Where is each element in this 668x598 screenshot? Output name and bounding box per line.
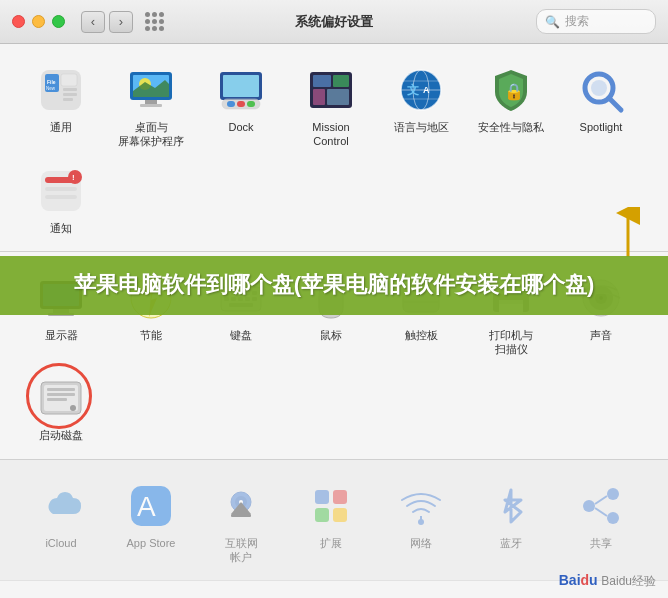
grid-dots-icon (145, 12, 164, 31)
forward-button[interactable]: › (109, 11, 133, 33)
bluetooth-label: 蓝牙 (500, 536, 522, 550)
svg-point-76 (70, 405, 76, 411)
svg-rect-83 (231, 514, 251, 517)
section-personal: File New 通用 (0, 44, 668, 252)
sidebar-item-siri[interactable]: Siri (196, 593, 286, 598)
svg-text:File: File (47, 79, 56, 85)
baidu-watermark: Baidu Baidu经验 (559, 572, 656, 590)
svg-rect-18 (247, 101, 255, 107)
sidebar-item-language[interactable]: 文 A 语言与地区 (376, 56, 466, 157)
sharing-label: 共享 (590, 536, 612, 550)
window-title: 系统偏好设置 (295, 13, 373, 31)
notification-label: 通知 (50, 221, 72, 235)
titlebar: ‹ › 系统偏好设置 🔍 搜索 (0, 0, 668, 44)
internet-icon-box (215, 480, 267, 532)
dock-icon-box (215, 64, 267, 116)
network-label: 网络 (410, 536, 432, 550)
minimize-button[interactable] (32, 15, 45, 28)
sidebar-item-startup[interactable]: 启动磁盘 (16, 364, 106, 450)
svg-rect-22 (313, 89, 325, 105)
svg-rect-6 (63, 93, 77, 96)
svg-rect-17 (237, 101, 245, 107)
svg-rect-21 (333, 75, 349, 87)
appstore-icon-box: A (125, 480, 177, 532)
svg-rect-4 (61, 74, 77, 86)
row1-grid: File New 通用 (16, 56, 652, 243)
appstore-icon: A (127, 482, 175, 530)
network-icon-box (395, 480, 447, 532)
startup-disk-icon (37, 374, 85, 422)
sidebar-item-security[interactable]: 🔒 安全性与隐私 (466, 56, 556, 157)
sharing-icon-box (575, 480, 627, 532)
svg-line-34 (609, 98, 621, 110)
svg-rect-86 (315, 508, 329, 522)
svg-rect-84 (315, 490, 329, 504)
baidu-text: Baidu经验 (601, 574, 656, 588)
maximize-button[interactable] (52, 15, 65, 28)
sidebar-item-general[interactable]: File New 通用 (16, 56, 106, 157)
sidebar-item-desktop[interactable]: 桌面与 屏幕保护程序 (106, 56, 196, 157)
sidebar-item-datetime[interactable]: 18 日期与时间 (286, 593, 376, 598)
back-button[interactable]: ‹ (81, 11, 105, 33)
sidebar-item-timemachine[interactable]: Time Machine (376, 593, 466, 598)
close-button[interactable] (12, 15, 25, 28)
security-icon: 🔒 (487, 66, 535, 114)
svg-point-35 (591, 80, 607, 96)
svg-text:!: ! (72, 173, 75, 182)
baidu-logo: Baidu (559, 572, 598, 588)
grid-view-button[interactable] (143, 11, 165, 33)
svg-rect-14 (223, 75, 259, 97)
notification-icon-box: ! (35, 165, 87, 217)
sidebar-item-mission[interactable]: Mission Control (286, 56, 376, 157)
sound-label: 声音 (590, 328, 612, 342)
mission-icon-box (305, 64, 357, 116)
security-label: 安全性与隐私 (478, 120, 544, 134)
trackpad-label: 触控板 (405, 328, 438, 342)
dock-icon (217, 66, 265, 114)
svg-rect-85 (333, 490, 347, 504)
svg-rect-11 (145, 100, 157, 104)
search-placeholder: 搜索 (565, 13, 589, 30)
sidebar-item-icloud[interactable]: iCloud (16, 472, 106, 573)
sharing-icon (577, 482, 625, 530)
svg-text:🔒: 🔒 (504, 82, 524, 101)
sidebar-item-internet[interactable]: 互联网 帐户 (196, 472, 286, 573)
search-box[interactable]: 🔍 搜索 (536, 9, 656, 34)
sidebar-item-dock[interactable]: Dock (196, 56, 286, 157)
mission-icon (307, 66, 355, 114)
sidebar-item-appstore[interactable]: A App Store (106, 472, 196, 573)
sidebar-item-accessibility[interactable]: 辅助功能 (466, 593, 556, 598)
internet-label: 互联网 帐户 (225, 536, 258, 565)
icloud-label: iCloud (45, 536, 76, 550)
sidebar-item-parental[interactable]: ⚙ 家长控制 (106, 593, 196, 598)
bluetooth-icon (487, 482, 535, 530)
svg-line-92 (595, 496, 607, 504)
spotlight-icon-box (575, 64, 627, 116)
sidebar-item-network[interactable]: 网络 (376, 472, 466, 573)
sidebar-item-bluetooth[interactable]: 蓝牙 (466, 472, 556, 573)
spotlight-label: Spotlight (580, 120, 623, 134)
general-icon: File New (37, 66, 85, 114)
mission-label: Mission Control (312, 120, 349, 149)
printer-label: 打印机与 扫描仪 (489, 328, 533, 357)
svg-rect-12 (140, 104, 162, 107)
svg-rect-23 (327, 89, 349, 105)
appstore-label: App Store (127, 536, 176, 550)
sidebar-item-sharing[interactable]: 共享 (556, 472, 646, 573)
sidebar-item-notification[interactable]: ! 通知 (16, 157, 106, 243)
svg-text:New: New (46, 86, 56, 91)
overlay-banner: 苹果电脑软件到哪个盘(苹果电脑的软件安装在哪个盘) (0, 256, 668, 315)
startup-icon-box (35, 372, 87, 424)
row4-grid: 用户与群组 ⚙ 家长控制 (16, 593, 652, 598)
general-label: 通用 (50, 120, 72, 134)
nav-buttons: ‹ › (81, 11, 133, 33)
startup-label: 启动磁盘 (39, 428, 83, 442)
icloud-icon-box (35, 480, 87, 532)
icloud-icon (37, 482, 85, 530)
overlay-text: 苹果电脑软件到哪个盘(苹果电脑的软件安装在哪个盘) (74, 270, 595, 301)
sidebar-item-extensions[interactable]: 扩展 (286, 472, 376, 573)
section-internet: iCloud A App Store (0, 460, 668, 582)
sidebar-item-spotlight[interactable]: Spotlight (556, 56, 646, 157)
sidebar-item-users[interactable]: 用户与群组 (16, 593, 106, 598)
desktop-label: 桌面与 屏幕保护程序 (118, 120, 184, 149)
